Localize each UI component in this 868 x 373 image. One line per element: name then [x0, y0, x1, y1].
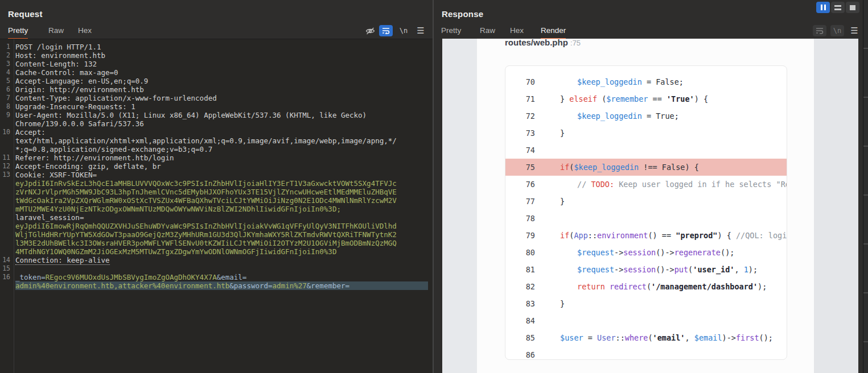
- request-line-text: WljTGlHdHRrYUpYTW5XdGOwT3paaO9GejQzM3ZyM…: [15, 230, 428, 239]
- request-line-text: Accept-Language: en-US,en;q=0.9: [15, 77, 428, 85]
- request-line: tWdGcOakIra2VpZXQrWGlmRW0xOStXcTVSZUx4WF…: [0, 196, 433, 205]
- code-line-highlighted: 75if($keep_loggedin !== False) {: [505, 159, 787, 176]
- request-tab-hex[interactable]: Hex: [78, 26, 92, 38]
- columns-layout-icon[interactable]: [816, 2, 830, 13]
- code-line-number: 85: [505, 329, 535, 346]
- request-line-text: POST /login HTTP/1.1: [15, 43, 428, 51]
- newline-icon[interactable]: \n: [830, 25, 844, 36]
- request-line: 10Accept:: [0, 128, 433, 136]
- code-line-number: 81: [505, 261, 535, 278]
- request-line-text: zVrNXJrVlprMGh5MW9JbC93L3hpTnJhemlCVnc5d…: [15, 188, 428, 196]
- code-line: 74: [505, 142, 787, 159]
- code-line: 83}: [505, 295, 787, 312]
- request-line: text/html,application/xhtml+xml,applicat…: [0, 136, 433, 145]
- code-line-number: 72: [505, 107, 535, 125]
- line-number: [0, 247, 11, 256]
- request-line: eyJpdiI6InRvSkEzL3hQcE1aMHBLUVVVQOxWc3c9…: [0, 179, 433, 188]
- code-snippet-box: 70$keep_loggedin = False;71} elseif ($re…: [505, 65, 787, 360]
- code-line-number: 83: [505, 295, 535, 312]
- word-wrap-icon[interactable]: [813, 25, 826, 36]
- request-line: 2Host: environment.htb: [0, 51, 433, 60]
- request-line: *;q=0.8,application/signed-exchange;v=b3…: [0, 145, 433, 154]
- request-line-text: 4MTdhNGY1OWQ0NGZmM2JiOGExMzM5MTUwZTgxZDg…: [15, 247, 428, 256]
- code-line-number: 79: [505, 227, 535, 244]
- columns-glyph: [821, 5, 826, 10]
- request-tab-pretty[interactable]: Pretty: [8, 26, 28, 40]
- line-number: [0, 188, 11, 196]
- request-line: 3Content-Length: 132: [0, 60, 433, 68]
- request-line-text: Cache-Control: max-age=0: [15, 68, 428, 77]
- inspector-collapsed-strip[interactable]: [863, 0, 868, 373]
- line-number: [0, 230, 11, 239]
- request-line-text: Host: environment.htb: [15, 51, 428, 60]
- line-number: 7: [0, 94, 11, 102]
- code-line-number: 75: [505, 159, 535, 176]
- response-tabbar: Pretty Raw Hex Render \n ☰: [434, 24, 863, 39]
- response-panel: Response Pretty Raw Hex Render \n ☰ rout…: [434, 0, 863, 373]
- request-line-text: _token=REgoc9V6MUOxdUsJMbSBVygImoZgOAgDh…: [15, 273, 428, 281]
- response-tab-pretty[interactable]: Pretty: [441, 26, 461, 38]
- code-line-number: 80: [505, 244, 535, 261]
- line-number: [0, 239, 11, 247]
- code-line: 77}: [505, 193, 787, 210]
- file-header: routes/web.php :75: [505, 38, 581, 47]
- newline-icon[interactable]: \n: [397, 25, 410, 36]
- code-line: 79if(App::environment() == "preprod") { …: [505, 227, 787, 244]
- code-line-text: $user = User::where('email', $email)->fi…: [560, 329, 773, 346]
- request-line: Chrome/139.0.0.0 Safari/537.36: [0, 119, 433, 128]
- code-line: 70$keep_loggedin = False;: [505, 73, 787, 90]
- code-line-number: 73: [505, 125, 535, 142]
- word-wrap-icon[interactable]: [379, 25, 393, 36]
- single-layout-icon[interactable]: [846, 2, 859, 13]
- code-line-number: 76: [505, 176, 535, 193]
- code-line-text: return redirect('/management/dashboard')…: [577, 278, 767, 295]
- request-line: 9User-Agent: Mozilla/5.0 (X11; Linux x86…: [0, 111, 433, 119]
- line-number: 13: [0, 171, 11, 179]
- request-line-text: Connection: keep-alive: [15, 256, 428, 264]
- request-line: l3M3E2dUhBWElkc3I3OWsraHVER3poMWFLYWFlSE…: [0, 239, 433, 247]
- request-panel: Request Pretty Raw Hex \n ☰ 1POST /login…: [0, 0, 433, 373]
- request-line: 14Connection: keep-alive: [0, 256, 433, 264]
- menu-icon[interactable]: ☰: [414, 25, 427, 36]
- code-line: 86: [505, 346, 787, 360]
- request-line-text: eyJpdiI6ImowRjRqQmhQQUZXVHJuSEhuWDYvaWc9…: [15, 222, 428, 230]
- code-line: 73}: [505, 125, 787, 142]
- code-line-text: }: [560, 193, 565, 210]
- code-line-number: 82: [505, 278, 535, 295]
- code-line: 72$keep_loggedin = True;: [505, 107, 787, 125]
- request-line-text: User-Agent: Mozilla/5.0 (X11; Linux x86_…: [15, 111, 428, 119]
- request-tab-raw[interactable]: Raw: [48, 26, 64, 38]
- response-tab-raw[interactable]: Raw: [480, 26, 495, 38]
- request-line: 8Upgrade-Insecure-Requests: 1: [0, 102, 433, 111]
- code-line-text: } elseif ($remember == 'True') {: [560, 90, 708, 107]
- request-line-text-selected: admin%40environment.htb,attacker%40envir…: [15, 281, 428, 290]
- request-line: zVrNXJrVlprMGh5MW9JbC93L3hpTnJhemlCVnc5d…: [0, 188, 433, 196]
- code-line-text: if(App::environment() == "preprod") { //…: [560, 227, 787, 244]
- request-line-text: l3M3E2dUhBWElkc3I3OWsraHVER3poMWFLYWFlSE…: [15, 239, 428, 247]
- rows-layout-icon[interactable]: [831, 2, 845, 13]
- request-line: laravel_session=: [0, 213, 433, 222]
- request-line: 4MTdhNGY1OWQ0NGZmM2JiOGExMzM5MTUwZTgxZDg…: [0, 247, 433, 256]
- code-line-text: // TODO: Keep user logged in if he selec…: [577, 176, 787, 193]
- request-editor[interactable]: 1POST /login HTTP/1.12Host: environment.…: [0, 39, 433, 373]
- request-line-text: text/html,application/xhtml+xml,applicat…: [15, 136, 428, 145]
- line-number: 4: [0, 68, 11, 77]
- request-tabbar: Pretty Raw Hex \n ☰: [0, 24, 433, 39]
- request-line-text: tWdGcOakIra2VpZXQrWGlmRW0xOStXcTVSZUx4WF…: [15, 196, 428, 205]
- code-line: 85$user = User::where('email', $email)->…: [505, 329, 787, 346]
- response-tab-hex[interactable]: Hex: [510, 26, 524, 38]
- hide-nonprinting-icon[interactable]: [363, 25, 377, 36]
- line-number: 1: [0, 43, 11, 51]
- response-panel-title: Response: [442, 9, 483, 19]
- request-line-text: Upgrade-Insecure-Requests: 1: [15, 102, 428, 111]
- request-line: WljTGlHdHRrYUpYTW5XdGOwT3paaO9GejQzM3ZyM…: [0, 230, 433, 239]
- line-number: 3: [0, 60, 11, 68]
- line-number: 10: [0, 128, 11, 136]
- request-line-text: Content-Length: 132: [15, 60, 428, 68]
- code-line-number: 77: [505, 193, 535, 210]
- code-line-number: 86: [505, 346, 535, 360]
- burp-repeater-window: Request Pretty Raw Hex \n ☰ 1POST /login…: [0, 0, 868, 373]
- code-line: 80$request->session()->regenerate();: [505, 244, 787, 261]
- menu-icon[interactable]: ☰: [848, 25, 861, 36]
- single-glyph: [850, 5, 855, 10]
